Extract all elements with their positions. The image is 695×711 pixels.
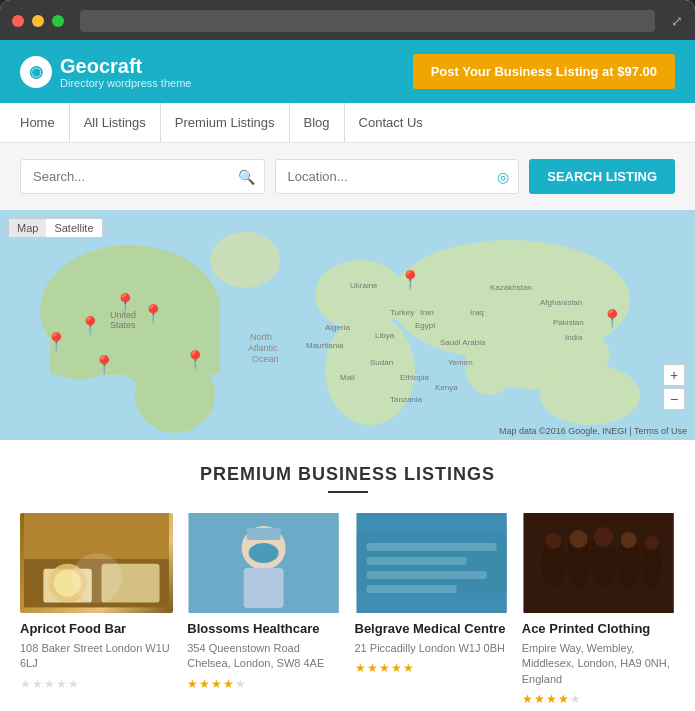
listing-addr-1: 354 Queenstown Road Chelsea, London, SW8… (187, 641, 340, 672)
close-button[interactable] (12, 15, 24, 27)
listing-card-clothing[interactable]: Ace Printed Clothing Empire Way, Wembley… (522, 513, 675, 706)
cta-button[interactable]: Post Your Business Listing at $97.00 (413, 54, 675, 89)
svg-text:Pakistan: Pakistan (553, 318, 584, 327)
listing-name-0: Apricot Food Bar (20, 621, 173, 638)
svg-text:Sudan: Sudan (370, 358, 393, 367)
svg-text:North: North (250, 332, 272, 342)
map-pin-8[interactable]: 📍 (601, 308, 623, 330)
listing-addr-0: 108 Baker Street London W1U 6LJ (20, 641, 173, 672)
svg-text:Atlantic: Atlantic (248, 343, 278, 353)
listing-card-food[interactable]: Apricot Food Bar 108 Baker Street London… (20, 513, 173, 706)
map-tab-map[interactable]: Map (9, 219, 46, 237)
search-listing-button[interactable]: SEARCH LISTING (529, 159, 675, 194)
listings-grid: Apricot Food Bar 108 Baker Street London… (20, 513, 675, 706)
nav-premium-listings[interactable]: Premium Listings (161, 103, 290, 142)
expand-icon[interactable]: ⤢ (671, 13, 683, 29)
map-pin-7[interactable]: 📍 (399, 269, 421, 291)
logo-area: ◉ Geocraft Directory wordpress theme (20, 55, 191, 89)
svg-text:Ethiopia: Ethiopia (400, 373, 429, 382)
zoom-in-button[interactable]: + (663, 364, 685, 386)
svg-point-12 (540, 365, 640, 425)
star-3-5: ★ (570, 692, 581, 706)
map-pin-1[interactable]: 📍 (45, 331, 67, 353)
map-pin-4[interactable]: 📍 (79, 315, 101, 337)
svg-point-64 (569, 530, 587, 548)
listings-section: PREMIUM BUSINESS LISTINGS Apricot Food B… (0, 440, 695, 711)
svg-text:Tanzania: Tanzania (390, 395, 423, 404)
listing-image-healthcare (187, 513, 340, 613)
map-pin-5[interactable]: 📍 (184, 349, 206, 371)
map-attribution: Map data ©2016 Google, INEGI | Terms of … (499, 426, 687, 436)
star-3-1: ★ (522, 692, 533, 706)
star-0-5: ★ (68, 677, 79, 691)
star-2-3: ★ (379, 661, 390, 675)
map-pin-6[interactable]: 📍 (93, 354, 115, 376)
star-3-3: ★ (546, 692, 557, 706)
map-tab-bar: Map Satellite (8, 218, 103, 238)
url-bar[interactable] (80, 10, 655, 32)
minimize-button[interactable] (32, 15, 44, 27)
location-icon: ◎ (497, 169, 509, 185)
map-pin-2[interactable]: 📍 (114, 292, 136, 314)
svg-text:Saudi Arabia: Saudi Arabia (440, 338, 486, 347)
svg-text:Ukraine: Ukraine (350, 281, 378, 290)
svg-text:Iran: Iran (420, 308, 434, 317)
nav-blog[interactable]: Blog (290, 103, 345, 142)
map-pin-3[interactable]: 📍 (142, 303, 164, 325)
logo-name: Geocraft (60, 55, 191, 77)
svg-text:Turkey: Turkey (390, 308, 414, 317)
svg-text:Libya: Libya (375, 331, 395, 340)
svg-point-66 (620, 532, 636, 548)
listing-stars-2: ★ ★ ★ ★ ★ (355, 661, 508, 675)
star-0-4: ★ (56, 677, 67, 691)
svg-text:States: States (110, 320, 136, 330)
maximize-button[interactable] (52, 15, 64, 27)
logo-text-area: Geocraft Directory wordpress theme (60, 55, 191, 89)
listing-image-medical (355, 513, 508, 613)
logo-icon: ◉ (20, 56, 52, 88)
svg-text:Egypt: Egypt (415, 321, 436, 330)
search-input-wrap: 🔍 (20, 159, 265, 194)
star-1-5: ★ (235, 677, 246, 691)
svg-point-65 (593, 527, 613, 547)
browser-window: ⤢ ◉ Geocraft Directory wordpress theme P… (0, 0, 695, 711)
svg-text:Mauritania: Mauritania (306, 341, 344, 350)
listing-stars-3: ★ ★ ★ ★ ★ (522, 692, 675, 706)
star-1-1: ★ (187, 677, 198, 691)
star-1-4: ★ (223, 677, 234, 691)
listing-card-healthcare[interactable]: Blossoms Healthcare 354 Queenstown Road … (187, 513, 340, 706)
nav-all-listings[interactable]: All Listings (70, 103, 161, 142)
svg-point-47 (249, 543, 279, 563)
map-tab-satellite[interactable]: Satellite (46, 219, 101, 237)
listing-image-food (20, 513, 173, 613)
svg-rect-38 (24, 513, 169, 559)
map-section[interactable]: United States North Atlantic Ocean Turke… (0, 210, 695, 440)
svg-rect-40 (101, 564, 159, 603)
nav-home[interactable]: Home (20, 103, 70, 142)
svg-text:Mali: Mali (340, 373, 355, 382)
location-input-wrap: ◎ (275, 159, 520, 194)
svg-point-67 (644, 536, 658, 550)
star-3-4: ★ (558, 692, 569, 706)
nav-contact[interactable]: Contact Us (345, 103, 437, 142)
listing-stars-0: ★ ★ ★ ★ ★ (20, 677, 173, 691)
star-2-2: ★ (367, 661, 378, 675)
star-3-2: ★ (534, 692, 545, 706)
listing-card-medical[interactable]: Belgrave Medical Centre 21 Piccadilly Lo… (355, 513, 508, 706)
star-0-3: ★ (44, 677, 55, 691)
svg-rect-55 (356, 533, 506, 593)
search-icon: 🔍 (238, 169, 255, 185)
location-input[interactable] (275, 159, 520, 194)
star-2-4: ★ (391, 661, 402, 675)
listing-stars-1: ★ ★ ★ ★ ★ (187, 677, 340, 691)
listings-title: PREMIUM BUSINESS LISTINGS (20, 464, 675, 485)
zoom-out-button[interactable]: − (663, 388, 685, 410)
map-svg: United States North Atlantic Ocean Turke… (0, 210, 695, 440)
listing-addr-3: Empire Way, Wembley, Middlesex, London, … (522, 641, 675, 687)
svg-point-63 (545, 533, 561, 549)
svg-text:Kazakhstan: Kazakhstan (490, 283, 532, 292)
svg-text:Yemen: Yemen (448, 358, 473, 367)
search-input[interactable] (20, 159, 265, 194)
svg-point-5 (210, 232, 280, 288)
listing-addr-2: 21 Piccadilly London W1J 0BH (355, 641, 508, 656)
